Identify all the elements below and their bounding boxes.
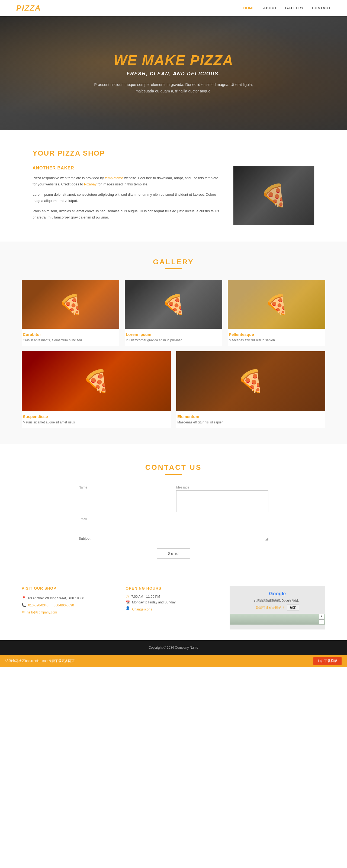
person-icon: 👤 <box>126 606 130 610</box>
footer-info: Visit Our Shop 📍 63 Another Walking Stre… <box>0 575 347 640</box>
footer-phone1: 📞 010-020-0340 050-890-0890 <box>22 602 117 609</box>
pixabay-link[interactable]: Pixabay <box>84 182 96 186</box>
name-input[interactable] <box>78 490 171 499</box>
gallery-item-3: 🍕 Pellentesque Maecenas efficitur nisi i… <box>228 280 325 346</box>
gallery-desc-4: Mauris sit amet augue sit amet risus <box>22 421 171 424</box>
name-field-container: Name <box>78 486 171 512</box>
footer-map-col: Google 此页面无法正确加载 Google 地图。 您是否拥有此网站？ 确定… <box>230 586 325 629</box>
email-input[interactable] <box>78 521 269 530</box>
gallery-image-3: 🍕 <box>228 280 325 329</box>
email-icon: ✉ <box>22 609 25 616</box>
gallery-grid-bottom: 🍕 Suspendisse Mauris sit amet augue sit … <box>22 351 325 428</box>
gallery-image-1: 🍕 <box>22 280 119 329</box>
google-logo: Google <box>269 591 286 597</box>
map-controls: + − <box>230 614 325 625</box>
footer-email: ✉ hello@company.com <box>22 609 117 616</box>
about-section-title: Your Pizza Shop <box>33 149 314 157</box>
map-zoom-out[interactable]: − <box>319 619 324 624</box>
about-paragraph-3: Proin enim sem, ultricies sit amet conva… <box>33 208 220 221</box>
email-field-container: Email <box>78 517 269 530</box>
form-name-message-row: Name Message <box>78 486 269 512</box>
gallery-title-5: Elementum <box>176 414 325 419</box>
templatemo-link[interactable]: templatemo <box>105 176 123 180</box>
contact-underline <box>165 474 182 475</box>
main-nav: Home About Gallery Contact <box>244 6 331 10</box>
hero-description: Praesent tincidunt neque semper elementu… <box>92 82 255 95</box>
promo-bar: 访问虫马社区bbs.xleniao.com免费下载更多网页 前往下载模板 <box>0 655 347 667</box>
send-button[interactable]: Send <box>157 548 190 559</box>
message-textarea[interactable] <box>176 490 269 512</box>
header: PIZZA Home About Gallery Contact <box>0 0 347 16</box>
gallery-title-2: Lorem ipsum <box>125 332 222 337</box>
nav-home[interactable]: Home <box>244 6 255 10</box>
message-label: Message <box>176 486 269 489</box>
gallery-title-4: Suspendisse <box>22 414 171 419</box>
gallery-section: Gallery 🍕 Curabitur Cras in ante mattis,… <box>0 242 347 444</box>
logo: PIZZA <box>16 4 41 12</box>
hero-subtitle: Fresh, Clean, and Delicious. <box>92 71 255 77</box>
nav-contact[interactable]: Contact <box>312 6 331 10</box>
about-content: Another Baker Pizza responsive web templ… <box>33 166 314 225</box>
phone2-link[interactable]: 050-890-0890 <box>54 602 74 609</box>
contact-section: Contact Us Name Message Email ◢ Send <box>0 444 347 575</box>
phone-icon: 📞 <box>22 602 26 609</box>
subject-icon: ◢ <box>265 536 269 541</box>
gallery-underline <box>165 268 182 269</box>
about-subsection-title: Another Baker <box>33 166 220 170</box>
email-label: Email <box>78 517 87 521</box>
gallery-title: Gallery <box>22 258 325 266</box>
visit-title: Visit Our Shop <box>22 586 117 590</box>
gallery-desc-3: Maecenas efficitur nisi id sapien <box>228 338 325 342</box>
email-link[interactable]: hello@company.com <box>27 609 57 616</box>
gallery-image-2: 🍕 <box>125 280 222 329</box>
nav-about[interactable]: About <box>263 6 277 10</box>
gallery-desc-2: In ullamcorper gravida enim id pulvinar <box>125 338 222 342</box>
phone1-link[interactable]: 010-020-0340 <box>28 602 49 609</box>
hours-time: 7:00 AM - 11:00 PM <box>131 595 160 598</box>
contact-form: Name Message Email ◢ Send <box>78 486 269 559</box>
hours-title: Opening Hours <box>126 586 221 590</box>
promo-text: 访问虫马社区bbs.xleniao.com免费下载更多网页 <box>5 659 74 663</box>
hero-title: We Make Pizza <box>92 52 255 68</box>
calendar-icon: 📅 <box>126 600 130 604</box>
nav-gallery[interactable]: Gallery <box>285 6 304 10</box>
map-placeholder: Google 此页面无法正确加载 Google 地图。 您是否拥有此网站？ 确定… <box>230 586 325 629</box>
map-link-row: 您是否拥有此网站？ 确定 <box>256 604 299 611</box>
map-zoom-in[interactable]: + <box>319 614 324 619</box>
promo-download-button[interactable]: 前往下载模板 <box>313 657 342 665</box>
footer-visit-col: Visit Our Shop 📍 63 Another Walking Stre… <box>22 586 117 629</box>
footer-address: 📍 63 Another Walking Street, BKK 18080 <box>22 595 117 602</box>
footer-hours-col: Opening Hours ⏱ 7:00 AM - 11:00 PM 📅 Mon… <box>126 586 221 629</box>
gallery-item-4: 🍕 Suspendisse Mauris sit amet augue sit … <box>22 351 171 428</box>
gallery-item-5: 🍕 Elementum Maecenas efficitur nisi id s… <box>176 351 325 428</box>
map-error-message: 此页面无法正确加载 Google 地图。 <box>254 598 301 603</box>
about-paragraph-2: Lorem ipsum dolor sit amet, consectetuer… <box>33 191 220 204</box>
hero-section: We Make Pizza Fresh, Clean, and Deliciou… <box>0 16 347 130</box>
subject-field-container: ◢ <box>78 534 269 543</box>
about-image <box>233 166 314 225</box>
hours-days-row: 📅 Monday to Friday and Sunday <box>126 600 221 604</box>
subject-input[interactable] <box>78 534 265 543</box>
gallery-image-4: 🍕 <box>22 351 171 411</box>
gallery-title-3: Pellentesque <box>228 332 325 337</box>
map-link[interactable]: 您是否拥有此网站？ <box>256 604 285 611</box>
about-paragraph-1: Pizza responsive web template is provide… <box>33 175 220 188</box>
gallery-title-1: Curabitur <box>22 332 119 337</box>
about-text: Another Baker Pizza responsive web templ… <box>33 166 220 224</box>
hours-change-row: 👤 Change icons <box>126 606 221 613</box>
footer-bottom: Copyright © 2084 Company Name <box>0 640 347 655</box>
name-label: Name <box>78 486 171 489</box>
hours-time-row: ⏱ 7:00 AM - 11:00 PM <box>126 595 221 599</box>
gallery-desc-5: Maecenas efficitur nisi id sapien <box>176 421 325 424</box>
gallery-item-2: 🍕 Lorem ipsum In ullamcorper gravida eni… <box>125 280 222 346</box>
copyright: Copyright © 2084 Company Name <box>5 646 342 650</box>
map-confirm-button[interactable]: 确定 <box>287 604 299 611</box>
send-button-container: Send <box>78 548 269 559</box>
message-field-container: Message <box>176 486 269 512</box>
contact-title: Contact Us <box>54 463 293 472</box>
change-icons-link[interactable]: Change icons <box>132 606 152 613</box>
gallery-item-1: 🍕 Curabitur Cras in ante mattis, element… <box>22 280 119 346</box>
map-zoom-controls: + − <box>319 614 324 624</box>
hero-content: We Make Pizza Fresh, Clean, and Deliciou… <box>38 52 309 95</box>
about-section: Your Pizza Shop Another Baker Pizza resp… <box>0 130 347 242</box>
